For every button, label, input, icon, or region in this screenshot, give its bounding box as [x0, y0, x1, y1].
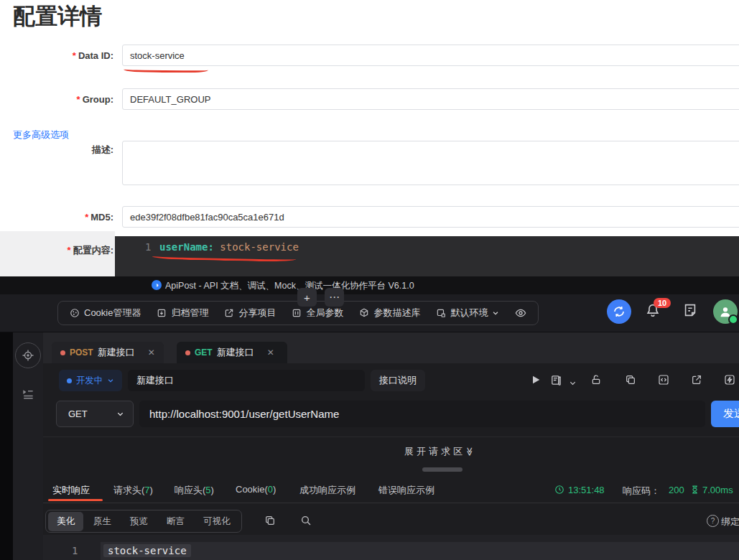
status-label: 开发中 — [76, 375, 103, 387]
user-avatar[interactable] — [713, 299, 738, 324]
book-icon — [550, 374, 562, 386]
view-mode-group: 美化 原生 预览 断言 可视化 — [45, 510, 242, 533]
eye-icon — [515, 307, 526, 319]
unsaved-dot-icon — [185, 350, 190, 355]
method-get-label: GET — [195, 347, 213, 358]
environment-select[interactable]: 默认环境 — [436, 307, 499, 319]
tab-cookie[interactable]: Cookie(0) — [236, 484, 276, 495]
double-chevron-down-icon: ≫ — [465, 447, 475, 457]
toolbar: Cookie管理器 归档管理 分享项目 全局参数 参数描述库 — [0, 294, 739, 332]
more-tabs-button[interactable]: ⋯ — [325, 288, 344, 307]
md5-label: *MD5: — [0, 212, 113, 223]
config-content-editor[interactable]: 1 userName: stock-service — [115, 236, 739, 276]
env-preview-button[interactable] — [515, 307, 526, 319]
duration-value: 7.00ms — [702, 485, 733, 495]
response-time-icon — [554, 485, 564, 495]
duplicate-button[interactable] — [625, 374, 636, 388]
view-tab-raw[interactable]: 原生 — [85, 512, 120, 531]
status-code-value: 200 — [669, 485, 684, 495]
view-tab-visualize[interactable]: 可视化 — [195, 512, 239, 531]
docs-chevron-button[interactable] — [569, 377, 577, 390]
close-icon[interactable]: ✕ — [148, 347, 155, 358]
response-body-editor[interactable]: 1 stock-service — [43, 535, 739, 560]
tab-post-request[interactable]: POST 新建接口 ✕ — [52, 342, 164, 363]
notes-button[interactable] — [682, 302, 698, 321]
lightning-icon — [724, 374, 735, 386]
archive-manager-button[interactable]: 归档管理 — [157, 307, 208, 319]
test-runner-button[interactable] — [21, 387, 35, 404]
chevron-down-icon — [116, 410, 124, 418]
api-status-select[interactable]: 开发中 — [59, 370, 122, 391]
chevron-down-icon — [107, 377, 114, 384]
api-name-input[interactable]: 新建接口 — [128, 370, 365, 391]
code-icon — [658, 374, 669, 386]
search-response-button[interactable] — [300, 515, 312, 529]
play-icon — [530, 374, 542, 386]
docs-panel-button[interactable] — [550, 374, 562, 389]
tab-label: 新建接口 — [217, 346, 254, 359]
annotation-underline-config — [152, 253, 296, 262]
resize-handle[interactable] — [422, 467, 463, 472]
md5-input[interactable] — [122, 206, 739, 228]
param-library-button[interactable]: 参数描述库 — [359, 307, 420, 319]
tab-label: 新建接口 — [98, 346, 135, 359]
runner-list-icon — [21, 387, 35, 401]
lock-button[interactable] — [590, 374, 602, 388]
status-dot-icon — [67, 378, 72, 383]
group-label: *Group: — [0, 94, 113, 105]
help-icon: ? — [707, 515, 719, 527]
notifications-button[interactable]: 10 — [645, 302, 664, 321]
data-id-input[interactable] — [122, 45, 739, 66]
group-input[interactable] — [122, 88, 739, 110]
close-icon[interactable]: ✕ — [267, 347, 274, 358]
expand-request-area[interactable]: 展开请求区≫ — [404, 445, 475, 458]
titlebar: ◑ ApiPost - API 文档、调试、Mock、测试一体化协作平台 V6.… — [0, 276, 739, 294]
tab-success-example[interactable]: 成功响应示例 — [299, 484, 355, 497]
cookie-manager-button[interactable]: Cookie管理器 — [70, 307, 141, 319]
description-textarea[interactable] — [122, 141, 739, 185]
description-label: 描述: — [0, 144, 113, 157]
status-code-label: 响应码： — [623, 485, 660, 498]
method-value: GET — [68, 409, 88, 419]
response-timestamp: 13:51:48 — [568, 485, 605, 495]
api-doc-button[interactable]: 接口说明 — [371, 370, 425, 391]
tab-get-request-active[interactable]: GET 新建接口 ✕ — [177, 342, 287, 363]
plus-icon: + — [304, 291, 310, 304]
editor-code-line: userName: stock-service — [159, 241, 299, 253]
quick-request-button[interactable] — [724, 374, 735, 388]
view-tab-assert[interactable]: 断言 — [158, 512, 193, 531]
tab-realtime-response[interactable]: 实时响应 — [52, 484, 90, 497]
tab-error-example[interactable]: 错误响应示例 — [378, 484, 434, 497]
view-tab-preview[interactable]: 预览 — [121, 512, 157, 531]
send-button[interactable]: 发送 — [711, 401, 739, 427]
left-sidebar — [13, 332, 43, 560]
share-api-button[interactable] — [691, 374, 702, 388]
chevron-down-icon — [492, 309, 499, 317]
sync-icon — [613, 305, 626, 318]
lock-open-icon — [590, 374, 602, 386]
locate-button[interactable] — [15, 342, 41, 368]
response-value: stock-service — [103, 544, 191, 557]
advanced-options-link[interactable]: 更多高级选项 — [13, 129, 69, 141]
copy-icon — [264, 515, 276, 526]
ellipsis-icon: ⋯ — [329, 291, 340, 304]
divider — [43, 503, 739, 503]
annotation-underline-data-id — [124, 66, 208, 73]
global-params-button[interactable]: 全局参数 — [292, 307, 343, 319]
new-tab-button[interactable]: + — [297, 288, 317, 307]
share-project-button[interactable]: 分享项目 — [224, 307, 276, 319]
sync-button[interactable] — [607, 299, 631, 324]
copy-response-button[interactable] — [264, 515, 276, 529]
search-icon — [300, 515, 312, 526]
window-left-edge — [0, 332, 13, 560]
run-button[interactable] — [530, 374, 542, 388]
tab-request-headers[interactable]: 请求头(7) — [113, 484, 153, 497]
editor-line-number: 1 — [145, 241, 151, 253]
response-line-number: 1 — [72, 545, 78, 556]
view-tab-beautify[interactable]: 美化 — [48, 512, 83, 531]
tab-response-headers[interactable]: 响应头(5) — [175, 484, 214, 497]
url-input[interactable]: http://localhost:9001/user/getUserName — [139, 401, 705, 427]
generate-code-button[interactable] — [658, 374, 669, 388]
bind-link[interactable]: 绑定 — [721, 515, 739, 528]
method-select[interactable]: GET — [56, 401, 134, 427]
